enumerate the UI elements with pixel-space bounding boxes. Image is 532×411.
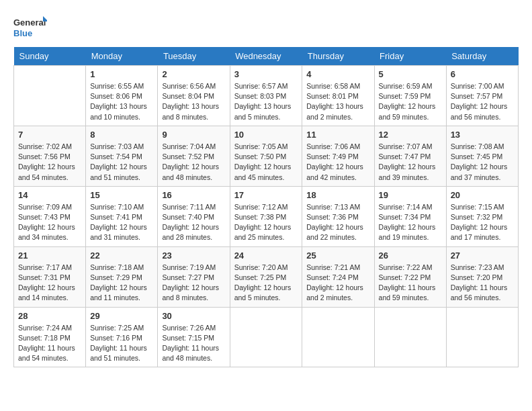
day-cell: 4Sunrise: 6:58 AMSunset: 8:01 PMDaylight… (302, 66, 374, 126)
day-number: 14 (18, 190, 81, 200)
day-number: 7 (18, 130, 81, 140)
day-number: 2 (162, 69, 225, 79)
day-number: 27 (451, 250, 514, 261)
day-info: Sunrise: 7:11 AMSunset: 7:40 PMDaylight:… (162, 202, 225, 243)
day-number: 18 (306, 190, 369, 200)
day-number: 15 (90, 190, 153, 200)
day-info: Sunrise: 7:07 AMSunset: 7:47 PMDaylight:… (379, 142, 442, 183)
day-cell (446, 307, 518, 367)
week-row-5: 28Sunrise: 7:24 AMSunset: 7:18 PMDayligh… (14, 307, 519, 367)
col-header-tuesday: Tuesday (158, 47, 230, 66)
col-header-friday: Friday (374, 47, 446, 66)
day-info: Sunrise: 7:17 AMSunset: 7:31 PMDaylight:… (18, 263, 81, 304)
day-info: Sunrise: 7:04 AMSunset: 7:52 PMDaylight:… (162, 142, 225, 183)
day-info: Sunrise: 7:14 AMSunset: 7:34 PMDaylight:… (379, 202, 442, 243)
day-info: Sunrise: 7:25 AMSunset: 7:16 PMDaylight:… (90, 323, 153, 364)
day-number: 6 (451, 69, 514, 79)
day-info: Sunrise: 7:18 AMSunset: 7:29 PMDaylight:… (90, 263, 153, 304)
day-info: Sunrise: 7:08 AMSunset: 7:45 PMDaylight:… (451, 142, 514, 183)
page-header: General Blue (13, 13, 519, 40)
week-row-4: 21Sunrise: 7:17 AMSunset: 7:31 PMDayligh… (14, 246, 519, 307)
day-number: 1 (90, 69, 153, 79)
day-cell: 9Sunrise: 7:04 AMSunset: 7:52 PMDaylight… (158, 126, 230, 186)
day-cell: 7Sunrise: 7:02 AMSunset: 7:56 PMDaylight… (14, 126, 86, 186)
day-number: 10 (234, 130, 298, 140)
col-header-wednesday: Wednesday (230, 47, 302, 66)
day-info: Sunrise: 6:55 AMSunset: 8:06 PMDaylight:… (90, 81, 153, 122)
day-cell: 30Sunrise: 7:26 AMSunset: 7:15 PMDayligh… (158, 307, 230, 367)
day-number: 3 (234, 69, 298, 79)
day-cell: 3Sunrise: 6:57 AMSunset: 8:03 PMDaylight… (230, 66, 302, 126)
day-cell: 20Sunrise: 7:15 AMSunset: 7:32 PMDayligh… (446, 186, 518, 246)
day-cell: 25Sunrise: 7:21 AMSunset: 7:24 PMDayligh… (302, 246, 374, 307)
calendar-table: SundayMondayTuesdayWednesdayThursdayFrid… (13, 47, 519, 367)
day-number: 5 (379, 69, 442, 79)
day-number: 26 (379, 250, 442, 261)
week-row-2: 7Sunrise: 7:02 AMSunset: 7:56 PMDaylight… (14, 126, 519, 186)
day-number: 9 (162, 130, 225, 140)
week-row-3: 14Sunrise: 7:09 AMSunset: 7:43 PMDayligh… (14, 186, 519, 246)
day-cell: 23Sunrise: 7:19 AMSunset: 7:27 PMDayligh… (158, 246, 230, 307)
day-cell: 19Sunrise: 7:14 AMSunset: 7:34 PMDayligh… (374, 186, 446, 246)
day-cell: 1Sunrise: 6:55 AMSunset: 8:06 PMDaylight… (86, 66, 158, 126)
logo-svg: General Blue (13, 13, 47, 40)
day-cell (302, 307, 374, 367)
day-info: Sunrise: 7:09 AMSunset: 7:43 PMDaylight:… (18, 202, 81, 243)
header-row: SundayMondayTuesdayWednesdayThursdayFrid… (14, 47, 519, 66)
col-header-monday: Monday (86, 47, 158, 66)
day-cell: 6Sunrise: 7:00 AMSunset: 7:57 PMDaylight… (446, 66, 518, 126)
day-cell (230, 307, 302, 367)
col-header-sunday: Sunday (14, 47, 86, 66)
day-number: 28 (18, 311, 81, 321)
day-info: Sunrise: 7:21 AMSunset: 7:24 PMDaylight:… (306, 263, 369, 304)
day-number: 30 (162, 311, 225, 321)
day-number: 17 (234, 190, 298, 200)
day-cell: 8Sunrise: 7:03 AMSunset: 7:54 PMDaylight… (86, 126, 158, 186)
day-number: 24 (234, 250, 298, 261)
day-info: Sunrise: 7:12 AMSunset: 7:38 PMDaylight:… (234, 202, 298, 243)
day-info: Sunrise: 7:00 AMSunset: 7:57 PMDaylight:… (451, 81, 514, 122)
week-row-1: 1Sunrise: 6:55 AMSunset: 8:06 PMDaylight… (14, 66, 519, 126)
day-info: Sunrise: 6:56 AMSunset: 8:04 PMDaylight:… (162, 81, 225, 122)
day-number: 22 (90, 250, 153, 261)
day-info: Sunrise: 6:59 AMSunset: 7:59 PMDaylight:… (379, 81, 442, 122)
logo: General Blue (13, 13, 47, 40)
day-cell: 10Sunrise: 7:05 AMSunset: 7:50 PMDayligh… (230, 126, 302, 186)
day-cell: 2Sunrise: 6:56 AMSunset: 8:04 PMDaylight… (158, 66, 230, 126)
day-info: Sunrise: 7:03 AMSunset: 7:54 PMDaylight:… (90, 142, 153, 183)
day-number: 4 (306, 69, 369, 79)
day-number: 25 (306, 250, 369, 261)
day-cell: 27Sunrise: 7:23 AMSunset: 7:20 PMDayligh… (446, 246, 518, 307)
day-cell (374, 307, 446, 367)
day-info: Sunrise: 7:15 AMSunset: 7:32 PMDaylight:… (451, 202, 514, 243)
day-info: Sunrise: 7:10 AMSunset: 7:41 PMDaylight:… (90, 202, 153, 243)
svg-text:Blue: Blue (13, 28, 32, 38)
day-number: 20 (451, 190, 514, 200)
day-cell (14, 66, 86, 126)
day-info: Sunrise: 7:22 AMSunset: 7:22 PMDaylight:… (379, 263, 442, 304)
day-cell: 18Sunrise: 7:13 AMSunset: 7:36 PMDayligh… (302, 186, 374, 246)
day-cell: 14Sunrise: 7:09 AMSunset: 7:43 PMDayligh… (14, 186, 86, 246)
col-header-thursday: Thursday (302, 47, 374, 66)
day-info: Sunrise: 7:19 AMSunset: 7:27 PMDaylight:… (162, 263, 225, 304)
day-number: 13 (451, 130, 514, 140)
day-info: Sunrise: 7:06 AMSunset: 7:49 PMDaylight:… (306, 142, 369, 183)
day-info: Sunrise: 7:13 AMSunset: 7:36 PMDaylight:… (306, 202, 369, 243)
day-info: Sunrise: 7:24 AMSunset: 7:18 PMDaylight:… (18, 323, 81, 364)
day-info: Sunrise: 6:57 AMSunset: 8:03 PMDaylight:… (234, 81, 298, 122)
day-number: 29 (90, 311, 153, 321)
day-number: 12 (379, 130, 442, 140)
day-info: Sunrise: 6:58 AMSunset: 8:01 PMDaylight:… (306, 81, 369, 122)
day-cell: 16Sunrise: 7:11 AMSunset: 7:40 PMDayligh… (158, 186, 230, 246)
day-number: 16 (162, 190, 225, 200)
day-info: Sunrise: 7:20 AMSunset: 7:25 PMDaylight:… (234, 263, 298, 304)
day-cell: 5Sunrise: 6:59 AMSunset: 7:59 PMDaylight… (374, 66, 446, 126)
day-number: 8 (90, 130, 153, 140)
day-number: 21 (18, 250, 81, 261)
day-cell: 22Sunrise: 7:18 AMSunset: 7:29 PMDayligh… (86, 246, 158, 307)
day-number: 19 (379, 190, 442, 200)
day-info: Sunrise: 7:05 AMSunset: 7:50 PMDaylight:… (234, 142, 298, 183)
day-cell: 12Sunrise: 7:07 AMSunset: 7:47 PMDayligh… (374, 126, 446, 186)
day-cell: 29Sunrise: 7:25 AMSunset: 7:16 PMDayligh… (86, 307, 158, 367)
day-cell: 24Sunrise: 7:20 AMSunset: 7:25 PMDayligh… (230, 246, 302, 307)
